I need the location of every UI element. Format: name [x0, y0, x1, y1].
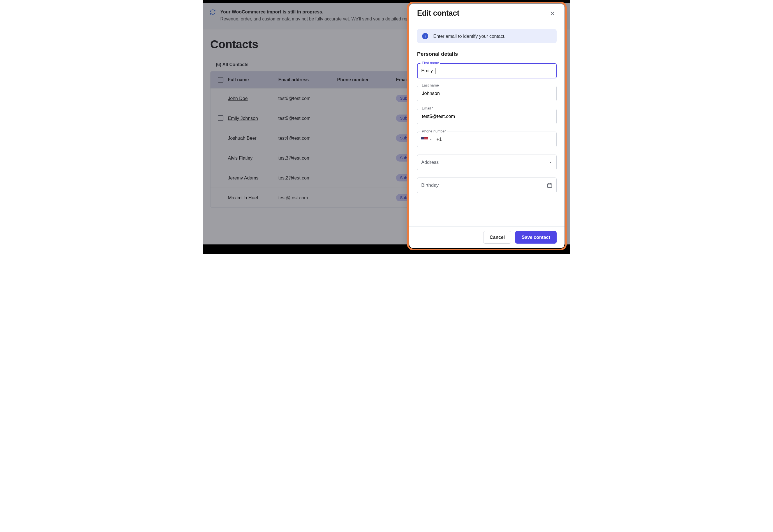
contact-email: test3@test.com: [277, 155, 336, 161]
contact-email: test5@test.com: [277, 116, 336, 121]
first-name-value: Emily: [421, 68, 433, 74]
birthday-picker[interactable]: Birthday: [417, 178, 556, 193]
info-message: Enter email to identify your contact.: [433, 34, 506, 39]
email-input[interactable]: [421, 113, 552, 120]
phone-input[interactable]: [444, 136, 552, 143]
email-label: Email *: [420, 106, 435, 110]
contact-name-link[interactable]: Emily Johnson: [228, 116, 258, 121]
select-all-checkbox[interactable]: [218, 77, 224, 83]
last-name-input[interactable]: [421, 90, 552, 97]
contact-name-link[interactable]: Alvis Flatley: [228, 155, 253, 160]
contact-name-link[interactable]: Joshuah Beer: [228, 136, 257, 141]
us-flag-icon: [421, 137, 428, 142]
edit-contact-drawer: Edit contact i Enter email to identify y…: [409, 4, 564, 248]
chevron-down-icon: [429, 138, 432, 141]
contact-email: test2@test.com: [277, 175, 336, 181]
col-phone-number[interactable]: Phone number: [336, 77, 395, 82]
address-select[interactable]: Address: [417, 155, 556, 170]
last-name-label: Last name: [420, 83, 440, 87]
phone-field[interactable]: Phone number +1: [417, 132, 556, 147]
svg-rect-0: [548, 184, 552, 187]
personal-details-heading: Personal details: [417, 51, 556, 57]
birthday-placeholder: Birthday: [421, 183, 439, 188]
save-contact-button[interactable]: Save contact: [515, 231, 556, 244]
drawer-title: Edit contact: [417, 9, 459, 18]
first-name-label: First name: [420, 61, 440, 65]
contact-name-link[interactable]: Jeremy Adams: [228, 175, 259, 180]
info-callout: i Enter email to identify your contact.: [417, 29, 556, 43]
phone-label: Phone number: [420, 129, 447, 133]
col-full-name[interactable]: Full name: [227, 77, 277, 82]
cancel-button[interactable]: Cancel: [483, 231, 511, 244]
country-code-selector[interactable]: [421, 137, 434, 142]
contact-email: test@test.com: [277, 195, 336, 200]
refresh-icon: [210, 9, 216, 15]
phone-prefix: +1: [436, 137, 442, 142]
chevron-down-icon: [548, 160, 552, 164]
row-checkbox[interactable]: [218, 115, 224, 121]
contact-name-link[interactable]: John Doe: [228, 96, 248, 101]
info-icon: i: [422, 33, 428, 39]
col-email-address[interactable]: Email address: [277, 77, 336, 82]
close-icon: [549, 10, 555, 17]
contact-email: test6@test.com: [277, 96, 336, 101]
contact-name-link[interactable]: Maximilla Huel: [228, 195, 258, 200]
contact-email: test4@test.com: [277, 136, 336, 141]
last-name-field[interactable]: Last name: [417, 86, 556, 101]
email-field[interactable]: Email *: [417, 109, 556, 124]
calendar-icon: [547, 183, 552, 188]
close-button[interactable]: [548, 9, 556, 18]
first-name-field[interactable]: First name Emily: [417, 63, 556, 78]
address-placeholder: Address: [421, 160, 439, 165]
